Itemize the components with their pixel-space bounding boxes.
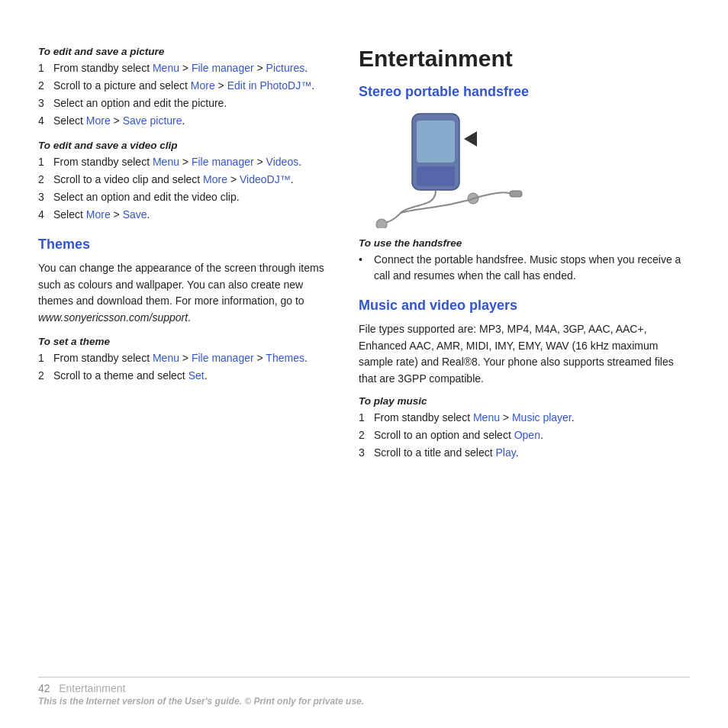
- more-link[interactable]: More: [191, 79, 215, 92]
- list-item: Select an option and edit the video clip…: [38, 189, 336, 205]
- list-item: From standby select Menu > File manager …: [38, 60, 336, 76]
- save-link[interactable]: Save: [123, 208, 147, 221]
- page-title: Entertainment: [359, 46, 690, 72]
- mvp-body: File types supported are: MP3, MP4, M4A,…: [359, 321, 690, 388]
- list-item: Scroll to a title and select Play.: [359, 445, 690, 461]
- edit-picture-heading: To edit and save a picture: [38, 46, 336, 57]
- play-music-list: From standby select Menu > Music player.…: [359, 410, 690, 461]
- list-item: Scroll to a picture and select More > Ed…: [38, 78, 336, 94]
- footer-content: 42 Entertainment This is the Internet ve…: [38, 682, 690, 707]
- svg-rect-2: [417, 166, 455, 186]
- videos-link[interactable]: Videos: [266, 156, 299, 168]
- page-container: To edit and save a picture From standby …: [0, 0, 728, 728]
- themes-url: www.sonyericsson.com/support: [38, 311, 188, 324]
- list-item: Select an option and edit the picture.: [38, 95, 336, 111]
- menu-link[interactable]: Menu: [153, 62, 179, 74]
- list-item: Scroll to a theme and select Set.: [38, 368, 336, 384]
- set-link[interactable]: Set: [188, 369, 205, 382]
- mvp-heading: Music and video players: [359, 298, 690, 314]
- edit-video-list: From standby select Menu > File manager …: [38, 154, 336, 223]
- footer: 42 Entertainment This is the Internet ve…: [38, 677, 690, 707]
- edit-picture-list: From standby select Menu > File manager …: [38, 60, 336, 129]
- right-column: Entertainment Stereo portable handsfree: [359, 46, 690, 697]
- music-player-link[interactable]: Music player: [512, 411, 572, 424]
- menu-link[interactable]: Menu: [473, 411, 500, 424]
- use-handsfree-list: Connect the portable handsfree. Music st…: [359, 252, 690, 284]
- footer-divider: [38, 677, 690, 678]
- set-theme-heading: To set a theme: [38, 336, 336, 347]
- set-theme-list: From standby select Menu > File manager …: [38, 350, 336, 384]
- use-handsfree-heading: To use the handsfree: [359, 237, 690, 249]
- themes-heading: Themes: [38, 237, 336, 253]
- themes-link[interactable]: Themes: [266, 352, 304, 364]
- menu-link[interactable]: Menu: [153, 156, 179, 168]
- play-link[interactable]: Play: [496, 446, 516, 459]
- list-item: From standby select Menu > File manager …: [38, 350, 336, 366]
- file-manager-link[interactable]: File manager: [192, 62, 254, 74]
- stereo-heading: Stereo portable handsfree: [359, 84, 690, 100]
- list-item: Select More > Save picture.: [38, 113, 336, 129]
- svg-rect-1: [417, 121, 455, 163]
- svg-marker-3: [464, 131, 477, 147]
- pictures-link[interactable]: Pictures: [266, 62, 305, 74]
- mvp-section: Music and video players File types suppo…: [359, 298, 690, 461]
- list-item: From standby select Menu > Music player.: [359, 410, 690, 426]
- svg-rect-6: [510, 191, 522, 197]
- footer-note: This is the Internet version of the User…: [38, 696, 690, 707]
- list-item: Scroll to a video clip and select More >…: [38, 172, 336, 188]
- page-number: 42 Entertainment: [38, 682, 690, 694]
- themes-section: Themes You can change the appearance of …: [38, 237, 336, 384]
- videodj-link[interactable]: VideoDJ™: [240, 173, 291, 185]
- menu-link[interactable]: Menu: [153, 352, 179, 364]
- edit-video-heading: To edit and save a video clip: [38, 140, 336, 151]
- play-music-heading: To play music: [359, 395, 690, 407]
- file-manager-link[interactable]: File manager: [192, 352, 254, 364]
- handsfree-image: [359, 108, 527, 230]
- more-link[interactable]: More: [86, 114, 111, 127]
- svg-point-4: [376, 219, 387, 228]
- save-picture-link[interactable]: Save picture: [123, 114, 182, 127]
- edit-photodj-link[interactable]: Edit in PhotoDJ™: [227, 79, 312, 92]
- more-link[interactable]: More: [203, 173, 227, 185]
- list-item: Scroll to an option and select Open.: [359, 427, 690, 443]
- file-manager-link[interactable]: File manager: [192, 156, 254, 168]
- list-item: Select More > Save.: [38, 207, 336, 223]
- stereo-section: Stereo portable handsfree: [359, 84, 690, 284]
- left-column: To edit and save a picture From standby …: [38, 46, 336, 697]
- more-link[interactable]: More: [86, 208, 111, 221]
- list-item: From standby select Menu > File manager …: [38, 154, 336, 170]
- list-item: Connect the portable handsfree. Music st…: [359, 252, 690, 284]
- open-link[interactable]: Open: [514, 429, 540, 441]
- themes-body: You can change the appearance of the scr…: [38, 260, 336, 327]
